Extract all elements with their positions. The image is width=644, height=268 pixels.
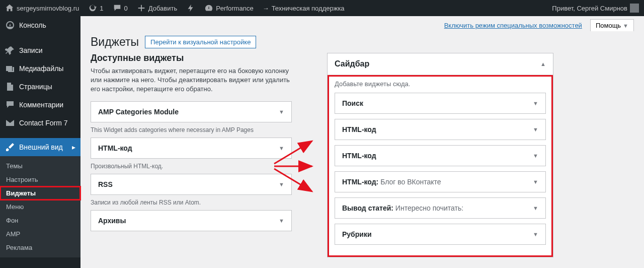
greeting-label: Привет, Сергей Смирнов [552, 5, 627, 12]
widget-desc: Записи из любой ленты RSS или Atom. [91, 199, 292, 206]
available-widget[interactable]: HTML-код▼ [91, 138, 292, 159]
support-link[interactable]: → Техническая поддержка [263, 5, 345, 12]
refresh-icon [88, 4, 97, 13]
menu-label: Комментарии [19, 101, 63, 109]
sidebar-widget[interactable]: Рубрики▼ [335, 224, 546, 245]
accessibility-link[interactable]: Включить режим специальных возможностей [444, 22, 582, 29]
sidebar-widget[interactable]: HTML-код▼ [335, 119, 546, 140]
sidebar-widget-title: HTML-код: Блог во ВКонтакте [342, 178, 441, 186]
caret-down-icon: ▼ [533, 153, 538, 159]
arrow-right-icon: → [263, 5, 269, 12]
menu-contact-form[interactable]: Contact Form 7 [0, 114, 80, 132]
performance-label: Performance [216, 5, 253, 12]
home-icon [5, 4, 14, 13]
plus-icon [137, 4, 146, 13]
available-heading: Доступные виджеты [91, 53, 292, 63]
caret-down-icon: ▼ [623, 23, 628, 29]
admin-bar-right: Привет, Сергей Смирнов [552, 4, 639, 13]
sidebar-widget-title: HTML-код [342, 125, 376, 133]
available-widget[interactable]: AMP Categories Module▼ [91, 101, 292, 122]
admin-bar: sergeysmirnovblog.ru 1 0 Добавить Perfor… [0, 0, 644, 16]
sidebar-widget[interactable]: HTML-код: Блог во ВКонтакте▼ [335, 171, 546, 192]
bolt-icon [186, 4, 195, 13]
caret-down-icon: ▼ [279, 109, 284, 115]
sidebar-area-body: Добавьте виджеты сюда. Поиск▼HTML-код▼HT… [328, 75, 553, 257]
main-content: Включить режим специальных возможностей … [80, 16, 644, 268]
drop-hint: Добавьте виджеты сюда. [335, 80, 546, 88]
greeting-link[interactable]: Привет, Сергей Смирнов [552, 4, 639, 13]
submenu-customize[interactable]: Настроить [0, 173, 80, 186]
widget-desc: This Widget adds categories where necess… [91, 126, 292, 133]
chevron-right-icon: ▸ [72, 143, 75, 151]
page-heading-row: Виджеты Перейти к визуальной настройке [80, 31, 644, 53]
page-title: Виджеты [91, 35, 139, 49]
sidebar-area-column: Сайдбар ▲ Добавьте виджеты сюда. Поиск▼H… [327, 53, 553, 257]
menu-comments[interactable]: Комментарии [0, 96, 80, 114]
widget-desc: Произвольный HTML-код. [91, 163, 292, 170]
sidebar-area: Сайдбар ▲ Добавьте виджеты сюда. Поиск▼H… [327, 53, 553, 257]
widget-title: RSS [98, 180, 113, 188]
envelope-icon [5, 118, 15, 128]
menu-posts[interactable]: Записи [0, 41, 80, 59]
caret-down-icon: ▼ [533, 126, 538, 132]
submenu-amp[interactable]: AMP [0, 227, 80, 241]
submenu-widgets[interactable]: Виджеты [0, 186, 80, 200]
available-widget[interactable]: Архивы▼ [91, 210, 292, 231]
help-label: Помощь [596, 22, 621, 29]
menu-label: Записи [19, 46, 42, 54]
menu-dashboard[interactable]: Консоль [0, 16, 80, 34]
appearance-submenu: Темы Настроить Виджеты Меню Фон AMP Рекл… [0, 156, 80, 257]
widget-title: HTML-код [98, 144, 132, 152]
widget-title: Архивы [98, 217, 126, 225]
help-tab[interactable]: Помощь ▼ [590, 19, 634, 31]
comments-count: 0 [124, 5, 128, 12]
dashboard-icon [5, 20, 15, 30]
amp-validation[interactable] [186, 4, 195, 13]
sidebar-widget[interactable]: HTML-код▼ [335, 145, 546, 166]
comments-icon [5, 100, 15, 110]
caret-down-icon: ▼ [279, 218, 284, 224]
brush-icon [5, 142, 15, 152]
performance-link[interactable]: Performance [204, 4, 253, 13]
add-new-link[interactable]: Добавить [137, 4, 177, 13]
caret-up-icon: ▲ [540, 61, 546, 67]
menu-label: Contact Form 7 [19, 119, 67, 127]
caret-down-icon: ▼ [533, 179, 538, 185]
support-label: Техническая поддержка [272, 5, 345, 12]
sidebar-area-header[interactable]: Сайдбар ▲ [328, 53, 553, 75]
gauge-icon [204, 4, 213, 13]
sidebar-widget-title: Рубрики [342, 230, 372, 238]
add-new-label: Добавить [148, 5, 177, 12]
admin-bar-left: sergeysmirnovblog.ru 1 0 Добавить Perfor… [5, 4, 552, 13]
available-desc: Чтобы активировать виджет, перетащите ег… [91, 66, 292, 94]
submenu-themes[interactable]: Темы [0, 159, 80, 173]
screen-meta: Включить режим специальных возможностей … [80, 16, 644, 31]
menu-label: Страницы [19, 83, 52, 91]
sidebar-widget-title: Вывод статей: Интересно почитать: [342, 204, 463, 212]
page-icon [5, 82, 15, 92]
menu-appearance[interactable]: Внешний вид ▸ [0, 138, 80, 156]
submenu-background[interactable]: Фон [0, 214, 80, 227]
available-widget[interactable]: RSS▼ [91, 174, 292, 195]
caret-down-icon: ▼ [533, 100, 538, 106]
site-link[interactable]: sergeysmirnovblog.ru [5, 4, 79, 13]
menu-label: Медиафайлы [19, 64, 63, 73]
comment-icon [113, 4, 122, 13]
sidebar-widget[interactable]: Поиск▼ [335, 93, 546, 114]
menu-label: Внешний вид [19, 143, 63, 151]
pin-icon [5, 45, 15, 55]
comments-link[interactable]: 0 [113, 4, 128, 13]
submenu-menus[interactable]: Меню [0, 200, 80, 214]
go-to-customizer-button[interactable]: Перейти к визуальной настройке [145, 36, 256, 48]
menu-pages[interactable]: Страницы [0, 78, 80, 96]
avatar [630, 4, 639, 13]
menu-media[interactable]: Медиафайлы [0, 59, 80, 78]
updates-link[interactable]: 1 [88, 4, 103, 13]
caret-down-icon: ▼ [279, 145, 284, 151]
widgets-layout: Доступные виджеты Чтобы активировать вид… [80, 53, 644, 267]
site-name: sergeysmirnovblog.ru [17, 5, 79, 12]
caret-down-icon: ▼ [279, 181, 284, 187]
layout: Консоль Записи Медиафайлы Страницы Комме… [0, 16, 644, 268]
submenu-ads[interactable]: Реклама [0, 241, 80, 254]
sidebar-widget[interactable]: Вывод статей: Интересно почитать:▼ [335, 197, 546, 219]
